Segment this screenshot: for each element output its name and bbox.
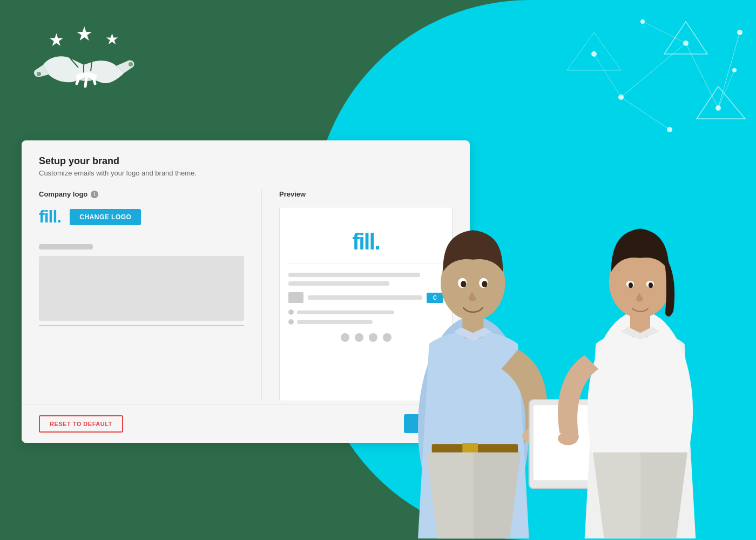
handshake-icon-container: ★ ★ ★ [32, 22, 140, 108]
skeleton-textarea [39, 256, 244, 321]
info-icon: i [91, 191, 98, 198]
svg-point-47 [649, 282, 653, 288]
skeleton-section [39, 244, 244, 326]
svg-point-23 [129, 62, 133, 66]
preview-small-box [288, 292, 303, 303]
preview-radio-1 [288, 309, 294, 315]
company-logo-display: fill. [39, 207, 61, 227]
svg-point-41 [558, 432, 578, 446]
svg-text:★: ★ [76, 23, 93, 45]
svg-line-17 [643, 22, 686, 43]
svg-point-46 [629, 282, 633, 288]
svg-point-38 [461, 281, 466, 287]
left-column: Company logo i fill. CHANGE LOGO [39, 190, 262, 401]
skeleton-label-bar [39, 244, 93, 249]
logo-area: fill. CHANGE LOGO [39, 207, 244, 227]
svg-marker-9 [664, 22, 707, 54]
change-logo-button[interactable]: CHANGE LOGO [70, 209, 141, 225]
company-logo-label: Company logo i [39, 190, 244, 198]
svg-line-26 [85, 78, 86, 86]
preview-radio-2 [288, 319, 294, 325]
svg-text:★: ★ [105, 31, 119, 48]
reset-to-default-button[interactable]: RESET TO DEFAULT [39, 415, 123, 433]
people-illustration [340, 65, 729, 540]
skeleton-divider [39, 325, 244, 326]
svg-point-39 [482, 281, 487, 287]
svg-point-22 [37, 72, 41, 76]
svg-text:★: ★ [49, 30, 64, 50]
